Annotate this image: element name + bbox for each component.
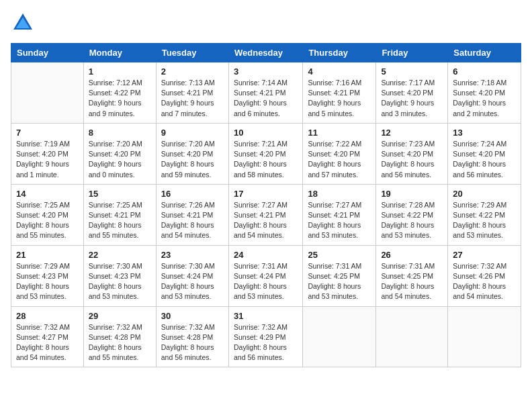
calendar-cell: 29Sunrise: 7:32 AM Sunset: 4:28 PM Dayli… (83, 306, 156, 367)
calendar-cell: 25Sunrise: 7:31 AM Sunset: 4:25 PM Dayli… (303, 245, 376, 306)
day-info: Sunrise: 7:12 AM Sunset: 4:22 PM Dayligh… (89, 78, 151, 119)
day-number: 25 (308, 250, 371, 260)
calendar-cell: 14Sunrise: 7:25 AM Sunset: 4:20 PM Dayli… (11, 184, 84, 245)
day-number: 24 (234, 250, 298, 260)
logo (11, 11, 38, 35)
day-info: Sunrise: 7:32 AM Sunset: 4:28 PM Dayligh… (161, 322, 224, 363)
calendar-header-row: SundayMondayTuesdayWednesdayThursdayFrid… (11, 44, 521, 62)
day-header-saturday: Saturday (448, 44, 521, 62)
day-number: 28 (16, 311, 79, 321)
day-header-thursday: Thursday (303, 44, 376, 62)
day-number: 26 (381, 250, 443, 260)
calendar-cell: 13Sunrise: 7:24 AM Sunset: 4:20 PM Dayli… (448, 123, 521, 184)
day-number: 4 (308, 66, 371, 77)
day-number: 5 (381, 66, 443, 77)
day-info: Sunrise: 7:27 AM Sunset: 4:21 PM Dayligh… (308, 200, 371, 241)
calendar-cell (11, 62, 84, 124)
day-info: Sunrise: 7:30 AM Sunset: 4:24 PM Dayligh… (161, 261, 224, 302)
calendar-cell: 11Sunrise: 7:22 AM Sunset: 4:20 PM Dayli… (303, 123, 376, 184)
day-number: 1 (89, 66, 151, 77)
day-info: Sunrise: 7:17 AM Sunset: 4:20 PM Dayligh… (381, 78, 443, 119)
calendar-cell (448, 306, 521, 367)
day-header-tuesday: Tuesday (156, 44, 228, 62)
day-number: 6 (453, 66, 516, 77)
day-number: 9 (161, 128, 224, 138)
day-info: Sunrise: 7:31 AM Sunset: 4:25 PM Dayligh… (308, 261, 371, 302)
calendar-cell: 18Sunrise: 7:27 AM Sunset: 4:21 PM Dayli… (303, 184, 376, 245)
day-number: 14 (16, 189, 79, 199)
day-number: 13 (453, 128, 516, 138)
calendar-cell (376, 306, 448, 367)
calendar-cell: 10Sunrise: 7:21 AM Sunset: 4:20 PM Dayli… (228, 123, 302, 184)
week-row-2: 14Sunrise: 7:25 AM Sunset: 4:20 PM Dayli… (11, 184, 521, 245)
calendar-cell: 26Sunrise: 7:31 AM Sunset: 4:25 PM Dayli… (376, 245, 448, 306)
day-info: Sunrise: 7:28 AM Sunset: 4:22 PM Dayligh… (381, 200, 443, 241)
day-info: Sunrise: 7:14 AM Sunset: 4:21 PM Dayligh… (234, 78, 298, 119)
day-info: Sunrise: 7:23 AM Sunset: 4:20 PM Dayligh… (381, 139, 443, 180)
day-info: Sunrise: 7:32 AM Sunset: 4:28 PM Dayligh… (89, 322, 151, 363)
calendar-body: 1Sunrise: 7:12 AM Sunset: 4:22 PM Daylig… (11, 62, 521, 367)
day-number: 29 (89, 311, 151, 321)
calendar-cell: 24Sunrise: 7:31 AM Sunset: 4:24 PM Dayli… (228, 245, 302, 306)
day-number: 16 (161, 189, 224, 199)
day-info: Sunrise: 7:19 AM Sunset: 4:20 PM Dayligh… (16, 139, 79, 180)
week-row-1: 7Sunrise: 7:19 AM Sunset: 4:20 PM Daylig… (11, 123, 521, 184)
day-number: 8 (89, 128, 151, 138)
calendar-cell: 2Sunrise: 7:13 AM Sunset: 4:21 PM Daylig… (156, 62, 228, 124)
calendar-cell: 12Sunrise: 7:23 AM Sunset: 4:20 PM Dayli… (376, 123, 448, 184)
day-info: Sunrise: 7:20 AM Sunset: 4:20 PM Dayligh… (89, 139, 151, 180)
day-info: Sunrise: 7:32 AM Sunset: 4:27 PM Dayligh… (16, 322, 79, 363)
day-number: 30 (161, 311, 224, 321)
day-number: 22 (89, 250, 151, 260)
day-header-sunday: Sunday (11, 44, 84, 62)
day-number: 23 (161, 250, 224, 260)
week-row-0: 1Sunrise: 7:12 AM Sunset: 4:22 PM Daylig… (11, 62, 521, 124)
day-info: Sunrise: 7:32 AM Sunset: 4:29 PM Dayligh… (234, 322, 298, 363)
page-header (11, 11, 521, 35)
day-info: Sunrise: 7:20 AM Sunset: 4:20 PM Dayligh… (161, 139, 224, 180)
calendar-cell: 31Sunrise: 7:32 AM Sunset: 4:29 PM Dayli… (228, 306, 302, 367)
day-info: Sunrise: 7:21 AM Sunset: 4:20 PM Dayligh… (234, 139, 298, 180)
day-info: Sunrise: 7:27 AM Sunset: 4:21 PM Dayligh… (234, 200, 298, 241)
calendar-cell: 28Sunrise: 7:32 AM Sunset: 4:27 PM Dayli… (11, 306, 84, 367)
calendar-cell: 4Sunrise: 7:16 AM Sunset: 4:21 PM Daylig… (303, 62, 376, 124)
calendar-cell: 3Sunrise: 7:14 AM Sunset: 4:21 PM Daylig… (228, 62, 302, 124)
day-number: 10 (234, 128, 298, 138)
calendar-cell: 15Sunrise: 7:25 AM Sunset: 4:21 PM Dayli… (83, 184, 156, 245)
day-number: 2 (161, 66, 224, 77)
day-header-wednesday: Wednesday (228, 44, 302, 62)
day-number: 19 (381, 189, 443, 199)
calendar-cell: 23Sunrise: 7:30 AM Sunset: 4:24 PM Dayli… (156, 245, 228, 306)
day-number: 17 (234, 189, 298, 199)
calendar-cell: 7Sunrise: 7:19 AM Sunset: 4:20 PM Daylig… (11, 123, 84, 184)
day-header-monday: Monday (83, 44, 156, 62)
calendar-cell: 27Sunrise: 7:32 AM Sunset: 4:26 PM Dayli… (448, 245, 521, 306)
day-info: Sunrise: 7:29 AM Sunset: 4:22 PM Dayligh… (453, 200, 516, 241)
calendar-cell: 17Sunrise: 7:27 AM Sunset: 4:21 PM Dayli… (228, 184, 302, 245)
logo-icon (11, 11, 35, 35)
day-info: Sunrise: 7:24 AM Sunset: 4:20 PM Dayligh… (453, 139, 516, 180)
calendar-cell: 30Sunrise: 7:32 AM Sunset: 4:28 PM Dayli… (156, 306, 228, 367)
calendar-cell (303, 306, 376, 367)
day-info: Sunrise: 7:25 AM Sunset: 4:21 PM Dayligh… (89, 200, 151, 241)
day-info: Sunrise: 7:13 AM Sunset: 4:21 PM Dayligh… (161, 78, 224, 119)
day-number: 20 (453, 189, 516, 199)
week-row-3: 21Sunrise: 7:29 AM Sunset: 4:23 PM Dayli… (11, 245, 521, 306)
day-info: Sunrise: 7:16 AM Sunset: 4:21 PM Dayligh… (308, 78, 371, 119)
day-number: 11 (308, 128, 371, 138)
calendar-cell: 5Sunrise: 7:17 AM Sunset: 4:20 PM Daylig… (376, 62, 448, 124)
calendar-cell: 9Sunrise: 7:20 AM Sunset: 4:20 PM Daylig… (156, 123, 228, 184)
day-info: Sunrise: 7:31 AM Sunset: 4:24 PM Dayligh… (234, 261, 298, 302)
calendar-cell: 20Sunrise: 7:29 AM Sunset: 4:22 PM Dayli… (448, 184, 521, 245)
day-info: Sunrise: 7:32 AM Sunset: 4:26 PM Dayligh… (453, 261, 516, 302)
day-info: Sunrise: 7:22 AM Sunset: 4:20 PM Dayligh… (308, 139, 371, 180)
day-number: 27 (453, 250, 516, 260)
day-info: Sunrise: 7:30 AM Sunset: 4:23 PM Dayligh… (89, 261, 151, 302)
calendar-cell: 16Sunrise: 7:26 AM Sunset: 4:21 PM Dayli… (156, 184, 228, 245)
day-info: Sunrise: 7:26 AM Sunset: 4:21 PM Dayligh… (161, 200, 224, 241)
calendar-cell: 6Sunrise: 7:18 AM Sunset: 4:20 PM Daylig… (448, 62, 521, 124)
day-number: 12 (381, 128, 443, 138)
day-info: Sunrise: 7:31 AM Sunset: 4:25 PM Dayligh… (381, 261, 443, 302)
calendar-cell: 8Sunrise: 7:20 AM Sunset: 4:20 PM Daylig… (83, 123, 156, 184)
day-info: Sunrise: 7:29 AM Sunset: 4:23 PM Dayligh… (16, 261, 79, 302)
